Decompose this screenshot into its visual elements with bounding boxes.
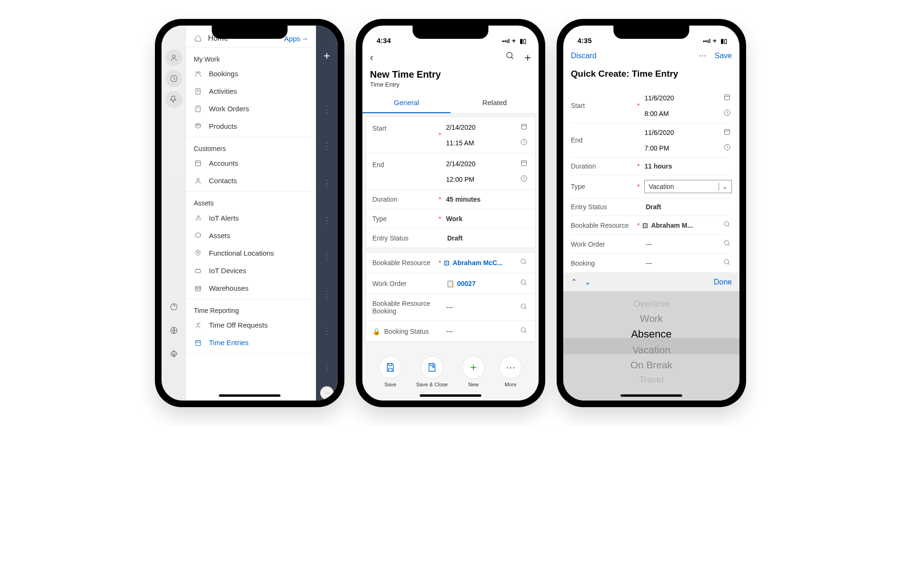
nav-home[interactable]: Home — [194, 34, 228, 43]
calendar-icon[interactable] — [722, 128, 732, 137]
contact-icon: ⊡ — [444, 259, 450, 267]
nav-iot-alerts[interactable]: ⚠IoT Alerts — [186, 209, 316, 227]
row-overflow-icon[interactable]: ⋮ — [323, 178, 331, 188]
clock-icon[interactable] — [722, 143, 732, 152]
new-button[interactable]: +New — [462, 356, 485, 387]
picker-option[interactable]: Work — [640, 312, 663, 325]
calendar-icon[interactable] — [519, 159, 529, 168]
picker-option-selected[interactable]: Absence — [631, 327, 672, 341]
nav-contacts[interactable]: Contacts — [186, 172, 316, 189]
nav-time-off[interactable]: Time Off Requests — [186, 316, 316, 334]
field-booking[interactable]: Booking --- — [571, 254, 732, 273]
nav-functional-locations[interactable]: Functional Locations — [186, 244, 316, 262]
row-overflow-icon[interactable]: ⋮ — [323, 326, 331, 336]
calendar-icon[interactable] — [722, 93, 732, 102]
prev-field-icon[interactable]: ⌃ — [571, 277, 577, 286]
apps-link[interactable]: Apps → — [284, 35, 308, 43]
clock-icon[interactable] — [519, 175, 529, 184]
done-button[interactable]: Done — [714, 278, 732, 286]
settings-icon[interactable] — [165, 346, 182, 363]
field-entry-status[interactable]: Entry Status Draft — [571, 198, 732, 216]
svg-point-30 — [724, 241, 729, 245]
row-overflow-icon[interactable]: ⋮ — [323, 289, 331, 299]
status-bar: 4:35 ••ılᯤ▮▯ — [563, 26, 739, 46]
save-button[interactable]: Save — [379, 356, 402, 387]
svg-rect-13 — [196, 286, 201, 291]
field-work-order[interactable]: Work Order --- — [571, 235, 732, 254]
nav-warehouses[interactable]: Warehouses — [186, 279, 316, 297]
field-type[interactable]: Type* Work — [366, 209, 535, 229]
field-br-booking[interactable]: Bookable Resource Booking --- — [366, 294, 535, 321]
field-duration[interactable]: Duration* 45 minutes — [366, 190, 535, 209]
pin-icon[interactable] — [165, 91, 182, 108]
more-icon[interactable]: ⋯ — [699, 51, 706, 60]
products-icon — [194, 123, 202, 130]
help-icon[interactable] — [165, 298, 182, 315]
search-icon[interactable] — [722, 258, 732, 267]
nav-iot-devices[interactable]: IoT Devices — [186, 262, 316, 279]
field-booking-status[interactable]: 🔒Booking Status --- — [366, 321, 535, 341]
search-icon[interactable] — [519, 279, 529, 288]
home-indicator — [621, 394, 682, 397]
nav-time-entries[interactable]: Time Entries — [186, 334, 316, 351]
search-icon[interactable] — [519, 327, 529, 336]
search-icon[interactable] — [722, 240, 732, 249]
globe-icon[interactable] — [165, 322, 182, 339]
field-duration[interactable]: Duration* 11 hours — [571, 158, 732, 175]
nav-accounts[interactable]: Accounts — [186, 154, 316, 172]
profile-icon[interactable] — [165, 49, 182, 66]
more-button[interactable]: ⋯ — [320, 386, 333, 400]
next-field-icon[interactable]: ⌄ — [585, 277, 591, 286]
section-time-reporting: Time Reporting — [186, 301, 316, 316]
field-bookable-resource[interactable]: Bookable Resource* ⊡Abraham M... — [571, 216, 732, 235]
signal-icon: ••ıl — [703, 37, 711, 45]
picker-option[interactable]: On Break — [631, 358, 673, 372]
search-icon[interactable] — [722, 221, 732, 230]
field-type[interactable]: Type* Vacation⌄ — [571, 175, 732, 198]
calendar-icon[interactable] — [519, 123, 529, 132]
new-icon[interactable]: + — [324, 49, 330, 62]
save-button[interactable]: Save — [715, 52, 732, 60]
svg-rect-17 — [522, 124, 527, 129]
picker-option[interactable]: Overtime — [633, 298, 669, 310]
field-bookable-resource[interactable]: Bookable Resource* ⊡Abraham McC... — [366, 252, 535, 273]
nav-bookings[interactable]: Bookings — [186, 65, 316, 82]
row-overflow-icon[interactable]: ⋮ — [323, 215, 331, 225]
svg-point-23 — [521, 304, 525, 308]
discard-button[interactable]: Discard — [571, 52, 596, 60]
picker-option[interactable]: Vacation — [632, 343, 670, 356]
tab-related[interactable]: Related — [450, 93, 539, 113]
clock-icon[interactable] — [722, 109, 732, 118]
time-entries-icon — [194, 339, 202, 347]
more-button[interactable]: ⋯More — [499, 356, 522, 387]
home-indicator — [219, 394, 280, 397]
field-start[interactable]: Start* 11/6/2020 8:00 AM — [571, 89, 732, 123]
search-icon[interactable] — [519, 258, 529, 267]
back-icon[interactable]: ‹ — [370, 52, 373, 64]
row-overflow-icon[interactable]: ⋮ — [323, 104, 331, 115]
clipboard-icon: 📋 — [446, 280, 454, 287]
type-picker[interactable]: Overtime Work Absence Vacation On Break … — [563, 291, 739, 401]
add-icon[interactable]: + — [524, 51, 531, 64]
nav-assets[interactable]: Assets — [186, 227, 316, 244]
row-overflow-icon[interactable]: ⋮ — [323, 252, 331, 262]
nav-products[interactable]: Products — [186, 117, 316, 135]
field-entry-status[interactable]: Entry Status Draft — [366, 229, 535, 248]
clock-icon[interactable] — [519, 138, 529, 147]
field-end[interactable]: End* 11/6/2020 7:00 PM — [571, 123, 732, 158]
type-select[interactable]: Vacation⌄ — [644, 180, 732, 193]
row-overflow-icon[interactable]: ⋮ — [323, 141, 331, 151]
recent-icon[interactable] — [165, 70, 182, 87]
save-close-button[interactable]: Save & Close — [416, 356, 448, 387]
nav-activities[interactable]: Activities — [186, 82, 316, 100]
tab-general[interactable]: General — [362, 93, 450, 113]
picker-option[interactable]: Travel — [639, 374, 664, 386]
row-overflow-icon[interactable]: ⋮ — [323, 363, 331, 373]
search-icon[interactable] — [505, 51, 515, 64]
nav-work-orders[interactable]: Work Orders — [186, 100, 316, 117]
field-end[interactable]: End * 2/14/2020 12:00 PM — [366, 153, 535, 190]
field-start[interactable]: Start * 2/14/2020 11:15 AM — [366, 117, 535, 153]
svg-point-16 — [506, 53, 512, 58]
search-icon[interactable] — [519, 303, 529, 312]
field-work-order[interactable]: Work Order 📋00027 — [366, 273, 535, 294]
